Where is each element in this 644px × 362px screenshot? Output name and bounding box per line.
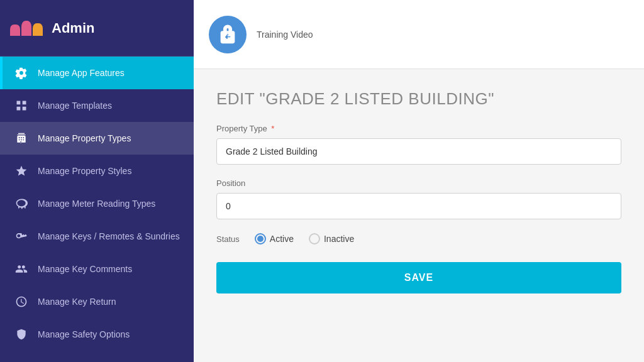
shield-icon (14, 327, 29, 342)
property-type-input[interactable] (216, 138, 621, 165)
property-type-label: Property Type * (216, 124, 621, 133)
sidebar-item-meter-reading[interactable]: Manage Meter Reading Types (0, 187, 194, 220)
save-button[interactable]: SAVE (216, 262, 621, 293)
position-input[interactable] (216, 193, 621, 219)
training-video-label-wrapper: Training Video (257, 29, 313, 40)
sidebar-item-property-styles[interactable]: Manage Property Styles (0, 155, 194, 187)
sidebar-label-property-types: Manage Property Types (38, 133, 131, 144)
sidebar-header: Admin (0, 0, 194, 57)
sidebar-nav: Manage App Features Manage Templates Man… (0, 57, 194, 362)
gear-icon (14, 65, 29, 80)
sidebar-item-safety-options[interactable]: Manage Safety Options (0, 318, 194, 351)
sidebar-label-keys-remotes: Manage Keys / Remotes & Sundries (38, 231, 180, 242)
building-icon (14, 131, 29, 146)
sidebar-label-safety-options: Manage Safety Options (38, 329, 130, 340)
key-icon (14, 229, 29, 244)
sidebar-label-app-features: Manage App Features (38, 67, 125, 79)
status-label: Status (216, 234, 240, 244)
logo (10, 21, 43, 36)
sidebar-item-cleanliness[interactable]: Manage Cleanliness Options (0, 351, 194, 362)
active-radio[interactable] (255, 233, 266, 244)
status-active-option[interactable]: Active (255, 233, 294, 244)
folder-icon (14, 359, 29, 362)
form-title: EDIT "GRADE 2 LISTED BUILDING" (216, 89, 621, 109)
sidebar-label-templates: Manage Templates (38, 100, 112, 111)
inactive-label: Inactive (324, 234, 354, 244)
sidebar-item-key-comments[interactable]: Manage Key Comments (0, 253, 194, 285)
sidebar-item-templates[interactable]: Manage Templates (0, 89, 194, 122)
main-header: Training Video (194, 0, 644, 69)
grid-icon (14, 98, 29, 113)
main-content: Training Video EDIT "GRADE 2 LISTED BUIL… (194, 0, 644, 362)
sidebar-label-meter-reading: Manage Meter Reading Types (38, 198, 155, 209)
sidebar-item-property-types[interactable]: Manage Property Types (0, 122, 194, 155)
sidebar-label-key-comments: Manage Key Comments (38, 263, 132, 275)
inactive-radio[interactable] (309, 233, 320, 244)
sidebar: Admin Manage App Features Manage Templat… (0, 0, 194, 362)
status-group: Status Active Inactive (216, 233, 621, 244)
status-inactive-option[interactable]: Inactive (309, 233, 354, 244)
sidebar-title: Admin (52, 20, 94, 36)
active-label: Active (270, 234, 294, 244)
required-star: * (269, 124, 275, 133)
sidebar-item-key-return[interactable]: Manage Key Return (0, 285, 194, 318)
palette-icon (14, 196, 29, 211)
sidebar-label-property-styles: Manage Property Styles (38, 165, 131, 177)
star-icon (14, 163, 29, 178)
position-group: Position (216, 178, 621, 219)
sidebar-label-key-return: Manage Key Return (38, 296, 116, 307)
lock-play-icon (217, 24, 238, 45)
sidebar-item-keys-remotes[interactable]: Manage Keys / Remotes & Sundries (0, 220, 194, 253)
users-icon (14, 261, 29, 277)
clock-icon (14, 294, 29, 309)
sidebar-item-app-features[interactable]: Manage App Features (0, 57, 194, 89)
training-video-icon[interactable] (209, 16, 247, 53)
main-body: EDIT "GRADE 2 LISTED BUILDING" Property … (194, 69, 644, 362)
training-video-label: Training Video (257, 30, 313, 40)
position-label: Position (216, 178, 621, 188)
property-type-group: Property Type * (216, 124, 621, 165)
